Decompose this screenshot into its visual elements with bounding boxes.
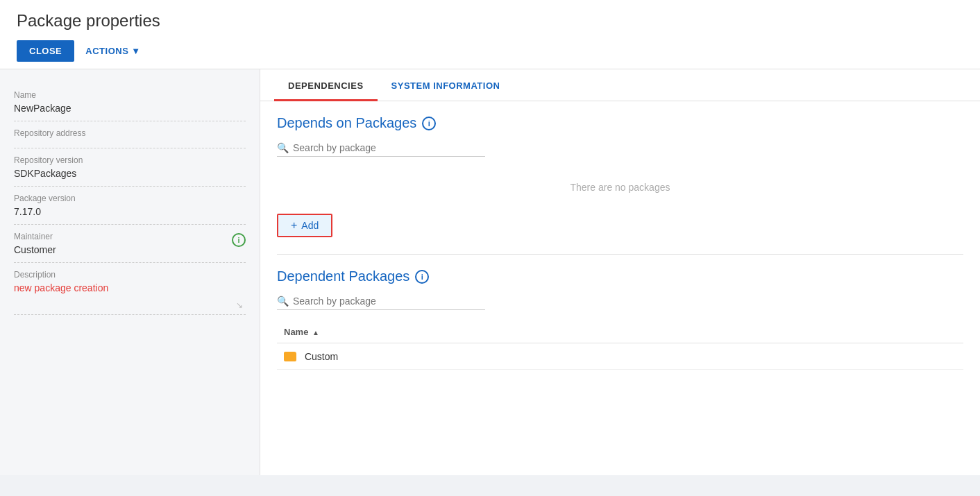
depends-on-info-icon[interactable]: i bbox=[422, 117, 436, 130]
folder-icon bbox=[284, 352, 296, 361]
search-icon: 🔍 bbox=[277, 142, 289, 153]
right-panel: DEPENDENCIES SYSTEM INFORMATION Depends … bbox=[260, 69, 980, 475]
pkg-version-value: 7.17.0 bbox=[14, 206, 246, 217]
resize-handle-icon[interactable]: ↘ bbox=[236, 300, 243, 310]
field-repo-version: Repository version SDKPackages bbox=[14, 148, 246, 187]
maintainer-label: Maintainer bbox=[14, 232, 56, 241]
add-button[interactable]: + Add bbox=[277, 214, 332, 237]
depends-on-empty-state: There are no packages bbox=[277, 168, 963, 214]
toolbar: CLOSE ACTIONS ▼ bbox=[17, 40, 963, 62]
actions-button[interactable]: ACTIONS ▼ bbox=[85, 46, 140, 56]
dependent-packages-table: Name ▲ Custom bbox=[277, 321, 963, 370]
col-name-header[interactable]: Name ▲ bbox=[277, 321, 963, 343]
maintainer-info-icon[interactable]: i bbox=[232, 233, 246, 247]
tab-system-information[interactable]: SYSTEM INFORMATION bbox=[378, 69, 514, 101]
repo-version-label: Repository version bbox=[14, 155, 246, 165]
field-repo-address: Repository address bbox=[14, 121, 246, 148]
dependent-search-bar[interactable]: 🔍 bbox=[277, 296, 485, 310]
tab-dependencies[interactable]: DEPENDENCIES bbox=[274, 69, 378, 101]
description-label: Description bbox=[14, 270, 246, 280]
pkg-version-label: Package version bbox=[14, 194, 246, 203]
depends-on-section-title: Depends on Packages i bbox=[277, 115, 963, 131]
tab-content-dependencies: Depends on Packages i 🔍 There are no pac… bbox=[260, 101, 980, 384]
chevron-down-icon: ▼ bbox=[131, 46, 140, 56]
depends-on-search-bar[interactable]: 🔍 bbox=[277, 142, 485, 157]
field-maintainer: Maintainer Customer i bbox=[14, 225, 246, 263]
table-row: Custom bbox=[277, 343, 963, 370]
field-name: Name NewPackage bbox=[14, 83, 246, 121]
depends-on-search-input[interactable] bbox=[293, 142, 485, 153]
maintainer-value: Customer bbox=[14, 244, 56, 255]
dependent-section-title: Dependent Packages i bbox=[277, 268, 963, 284]
close-button[interactable]: CLOSE bbox=[17, 40, 74, 62]
name-label: Name bbox=[14, 90, 246, 100]
page-header: Package properties CLOSE ACTIONS ▼ bbox=[0, 0, 980, 69]
section-divider bbox=[277, 254, 963, 255]
dependent-info-icon[interactable]: i bbox=[415, 270, 429, 284]
description-value: new package creation bbox=[14, 282, 246, 293]
main-layout: Name NewPackage Repository address Repos… bbox=[0, 69, 980, 475]
field-description: Description new package creation ↘ bbox=[14, 263, 246, 315]
package-name-cell: Custom bbox=[277, 343, 963, 370]
sort-asc-icon: ▲ bbox=[312, 329, 319, 336]
plus-icon: + bbox=[291, 219, 297, 232]
dependent-search-input[interactable] bbox=[293, 296, 485, 307]
name-value: NewPackage bbox=[14, 103, 246, 114]
search-icon-2: 🔍 bbox=[277, 296, 289, 307]
field-pkg-version: Package version 7.17.0 bbox=[14, 187, 246, 225]
left-panel: Name NewPackage Repository address Repos… bbox=[0, 69, 260, 475]
tabs-bar: DEPENDENCIES SYSTEM INFORMATION bbox=[260, 69, 980, 101]
page-title: Package properties bbox=[17, 11, 963, 31]
repo-address-label: Repository address bbox=[14, 128, 246, 138]
repo-version-value: SDKPackages bbox=[14, 168, 246, 179]
